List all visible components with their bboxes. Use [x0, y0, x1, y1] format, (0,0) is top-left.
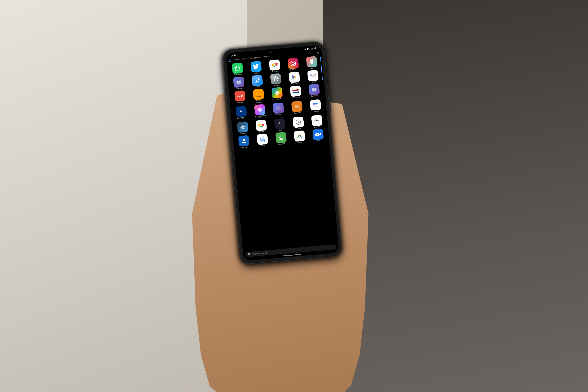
app-bubble[interactable]: Bubble Shooter An... [250, 104, 270, 120]
camera-icon [237, 121, 248, 133]
contacts-icon [238, 135, 250, 146]
whatsapp-label: WhatsApp [234, 74, 242, 76]
app-calc-orange[interactable]: = = Calculator [288, 100, 307, 116]
app-downloads[interactable]: Downloads [272, 132, 291, 146]
app-amazon[interactable]: a Amazon Shopping [249, 88, 268, 104]
docs-icon [256, 134, 268, 145]
category-menu-icon[interactable]: ☰ [317, 51, 319, 54]
app-instagram[interactable]: Instagram [284, 58, 303, 72]
calc-blue-icon: + − ÷ × [273, 102, 284, 114]
battery-icon: [▓] [314, 47, 316, 50]
calc-blue-label: Calculator [276, 114, 283, 116]
app-compass[interactable]: Compass [308, 114, 326, 128]
drive-label: Drive [298, 142, 302, 144]
app-settings[interactable]: Settings [266, 73, 286, 87]
svg-rect-100 [260, 136, 264, 142]
chrome-icon-row1 [269, 59, 280, 71]
app-backdrops[interactable]: Backdrops [229, 76, 248, 90]
app-whatsapp[interactable]: WhatsApp [228, 62, 247, 76]
settings-icon [270, 73, 282, 85]
app-chrome-row1[interactable]: Chrome [265, 59, 284, 73]
app-calc-blue[interactable]: + − ÷ × Calculator [269, 102, 288, 118]
app-chrome-row5[interactable]: Chrome [252, 119, 271, 134]
autotrader-label: Auto Trader [292, 96, 300, 99]
clock2-icon [293, 116, 304, 128]
search-icon: 🔍 [248, 253, 251, 256]
tab-communication[interactable]: Communication [233, 58, 247, 61]
app-camera[interactable]: Camera [233, 121, 252, 135]
app-clock1[interactable]: Clock [270, 118, 290, 132]
phone-screen: 10:09 ▲ ▌▌ ((·)) [▓] All Communication E… [226, 45, 339, 261]
contacts-label: Contacts [241, 146, 248, 148]
clock1-label: Clock [278, 129, 282, 131]
assistant-icon [271, 87, 283, 98]
svg-rect-4 [291, 61, 296, 66]
assistant-label: Assistant [274, 98, 281, 100]
wifi-icon: ((·)) [310, 48, 314, 50]
app-calendar[interactable]: SUN 31 Calendar [306, 99, 325, 115]
backdrops-icon [233, 76, 244, 88]
svg-rect-10 [236, 81, 239, 83]
status-time: 10:09 [230, 54, 236, 57]
app-themes[interactable]: Themes [302, 56, 321, 70]
camera-label: Camera [240, 132, 246, 135]
twitter-label: Twitter [254, 72, 259, 74]
instagram-icon [288, 58, 299, 69]
tab-all[interactable]: All [228, 58, 231, 62]
svg-text:B.: B. [240, 110, 243, 113]
app-agoda[interactable]: agoda Agoda [230, 90, 250, 106]
gallery-icon [252, 75, 263, 86]
gallery-label: Gallery [255, 86, 260, 88]
svg-line-107 [281, 136, 281, 138]
backdrops2-label: Backdrops [311, 95, 318, 97]
gmail-icon [307, 70, 319, 81]
app-backdrops2[interactable]: Backdrops [305, 83, 324, 99]
app-booking[interactable]: B. Booking.com [232, 106, 251, 121]
app-docs[interactable]: Docs [253, 133, 272, 147]
app-duo[interactable]: Duo [309, 128, 328, 142]
svg-point-6 [294, 62, 295, 62]
app-assistant[interactable]: Assistant [268, 87, 287, 102]
chrome-label-row5: Chrome [259, 131, 264, 133]
svg-line-108 [279, 139, 283, 140]
svg-rect-50 [314, 88, 316, 90]
power-button[interactable] [328, 90, 331, 113]
svg-text:31: 31 [314, 104, 317, 107]
settings-label: Settings [274, 84, 279, 86]
svg-point-5 [292, 62, 294, 65]
instagram-label: Instagram [290, 69, 297, 71]
signal-icon: ▌▌ [307, 48, 310, 50]
app-contacts[interactable]: Contacts [234, 135, 253, 149]
app-autotrader[interactable]: Auto Trader [286, 85, 305, 101]
compass-label: Compass [314, 126, 321, 128]
agoda-icon: agoda [234, 90, 246, 102]
booking-label: Booking.com [237, 117, 246, 119]
themes-label: Themes [310, 67, 315, 70]
agoda-label: Agoda [238, 101, 243, 104]
svg-line-105 [261, 140, 263, 140]
bubble-label: Bubble Shooter An... [254, 115, 266, 120]
app-playstore[interactable]: Play Store [285, 71, 304, 85]
app-grid: WhatsApp Twitter [228, 55, 328, 149]
bluetooth-icon: ▲ [305, 48, 307, 50]
clock1-icon [274, 118, 286, 130]
hand-container: 10:09 ▲ ▌▌ ((·)) [▓] All Communication E… [143, 30, 418, 392]
app-gmail[interactable]: Gmail [304, 70, 322, 84]
svg-rect-109 [296, 132, 304, 140]
tab-photos[interactable]: Photos [264, 56, 270, 58]
app-clock2[interactable]: Clock [289, 116, 308, 130]
compass-icon [311, 115, 323, 126]
phone-wrapper: 10:09 ▲ ▌▌ ((·)) [▓] All Communication E… [222, 41, 342, 264]
chrome-label-row1: Chrome [272, 70, 278, 72]
whatsapp-icon [232, 62, 243, 74]
status-icons: ▲ ▌▌ ((·)) [▓] [305, 47, 316, 50]
backdrops2-icon [308, 84, 320, 95]
calendar-label: Calendar [313, 110, 319, 113]
tab-entertainment[interactable]: Entertainment [249, 56, 261, 60]
app-twitter[interactable]: Twitter [247, 60, 266, 75]
svg-rect-11 [239, 81, 241, 82]
themes-icon [306, 56, 318, 68]
app-drive[interactable]: Drive [290, 130, 309, 144]
booking-icon: B. [236, 106, 247, 117]
app-gallery[interactable]: Gallery [248, 74, 267, 88]
